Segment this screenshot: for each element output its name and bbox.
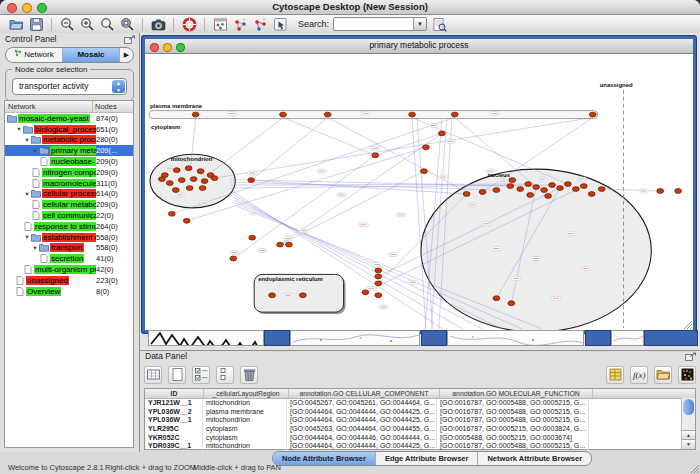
new-network-selected-edges-icon[interactable]	[253, 17, 268, 32]
network-node[interactable]	[199, 186, 206, 191]
network-node[interactable]	[657, 189, 664, 194]
expand-arrow-icon[interactable]: ▼	[23, 234, 31, 240]
network-node[interactable]	[493, 296, 500, 301]
tree-row[interactable]: response to stimulu264(0)	[5, 221, 133, 232]
scrollbar-thumb[interactable]	[683, 399, 694, 415]
zoom-selected-region-icon[interactable]	[100, 17, 115, 32]
tree-row[interactable]: ▼biological_process651(0)	[5, 124, 133, 135]
network-node[interactable]	[230, 256, 237, 261]
expand-arrow-icon[interactable]: ▼	[31, 245, 39, 251]
export-image-camera-icon[interactable]	[151, 17, 166, 32]
table-row[interactable]: YPL036W__2plasma membrane[GO:0044464, GO…	[145, 408, 695, 417]
table-row[interactable]: YKR052Ccytoplasm[GO:0044464, GO:0044446,…	[145, 434, 695, 443]
network-node[interactable]	[185, 166, 192, 171]
network-node[interactable]	[173, 168, 180, 173]
background-window-fragment[interactable]	[148, 330, 264, 346]
tree-row[interactable]: nucleobase-209(0)	[5, 156, 133, 167]
network-node[interactable]	[508, 301, 515, 306]
network-node[interactable]	[159, 177, 166, 182]
edge[interactable]	[211, 118, 283, 174]
attribute-mapper-icon[interactable]	[213, 17, 228, 32]
edge[interactable]	[375, 133, 442, 155]
network-node[interactable]	[675, 189, 682, 194]
table-scrollbar[interactable]: ▲ ▼	[681, 398, 695, 449]
column-header[interactable]: _cellularLayoutRegion	[204, 389, 289, 398]
table-row[interactable]: YLR295Ccytoplasm[GO:0045263, GO:0044464,…	[145, 425, 695, 434]
dropdown-stepper-icon[interactable]: ▲▼	[112, 80, 125, 93]
network-node[interactable]	[409, 112, 416, 117]
more-tabs-arrow-icon[interactable]: ▶	[120, 48, 133, 62]
float-panel-icon[interactable]	[124, 35, 136, 44]
network-node[interactable]	[451, 112, 458, 117]
network-node[interactable]	[438, 131, 445, 136]
network-node[interactable]	[201, 179, 208, 184]
network-node[interactable]	[299, 293, 306, 298]
column-header[interactable]	[593, 389, 695, 398]
scroll-down-button[interactable]: ▼	[682, 439, 695, 449]
tree-row[interactable]: ▼metabolic process280(0)	[5, 135, 133, 146]
select-mode-icon[interactable]	[273, 17, 288, 32]
background-window-fragment[interactable]	[611, 330, 644, 346]
tree-row[interactable]: unassigned223(0)	[5, 275, 133, 286]
zoom-in-icon[interactable]	[80, 17, 95, 32]
tree-row[interactable]: ▼establishment of lo558(0)	[5, 232, 133, 243]
network-node[interactable]	[168, 211, 175, 216]
attribute-grid-icon[interactable]	[144, 366, 162, 384]
network-canvas[interactable]: plasma membranecytoplasmmitochondrionnuc…	[145, 54, 693, 330]
create-attribute-icon[interactable]	[168, 366, 186, 384]
network-node[interactable]	[375, 274, 382, 279]
tree-row[interactable]: ▼transport558(0)	[5, 243, 133, 254]
column-header[interactable]: annotation.GO MOLECULAR_FUNCTION	[440, 389, 593, 398]
network-node[interactable]	[557, 186, 564, 191]
table-row[interactable]: YPL036W__1mitochondrion[GO:0044464, GO:0…	[145, 416, 695, 425]
network-node[interactable]	[324, 112, 331, 117]
zoom-out-icon[interactable]	[60, 17, 75, 32]
app-resize-grip[interactable]	[689, 463, 699, 473]
open-network-icon[interactable]	[9, 17, 24, 32]
tree-row[interactable]: mosaic-demo-yeast874(0)	[5, 113, 133, 124]
tree-row[interactable]: nitrogen compo209(0)	[5, 167, 133, 178]
network-node[interactable]	[372, 153, 379, 158]
node-color-dropdown[interactable]: transporter activity ▲▼	[12, 78, 127, 95]
network-node[interactable]	[463, 192, 470, 197]
network-node[interactable]	[509, 178, 516, 183]
network-node[interactable]	[545, 194, 552, 199]
network-node[interactable]	[565, 182, 572, 187]
zoom-fit-icon[interactable]	[120, 17, 135, 32]
help-lifering-icon[interactable]	[182, 17, 197, 32]
tab-mosaic[interactable]: Mosaic	[63, 48, 120, 62]
network-node[interactable]	[517, 187, 524, 192]
network-node[interactable]	[211, 176, 218, 181]
network-node[interactable]	[192, 112, 199, 117]
network-node[interactable]	[421, 169, 428, 174]
network-node[interactable]	[507, 184, 514, 189]
network-node[interactable]	[580, 184, 587, 189]
tree-row[interactable]: multi-organism pro42(0)	[5, 264, 133, 275]
tree-row[interactable]: cell communicat22(0)	[5, 210, 133, 221]
tab-network[interactable]: Network	[6, 48, 63, 62]
network-node[interactable]	[589, 112, 596, 117]
import-attributes-folder-icon[interactable]	[654, 366, 672, 384]
network-node[interactable]	[533, 185, 540, 190]
background-window-titlebar-fragment[interactable]	[421, 330, 447, 346]
network-node[interactable]	[598, 187, 605, 192]
network-node[interactable]	[197, 169, 204, 174]
network-node[interactable]	[375, 281, 382, 286]
region-plasma-membrane[interactable]	[149, 111, 598, 119]
search-dropdown-arrow[interactable]: ▼	[413, 18, 426, 30]
window-resize-grip[interactable]	[682, 319, 692, 329]
column-header[interactable]: ID	[145, 389, 204, 398]
tree-row[interactable]: macromolecule311(0)	[5, 178, 133, 189]
table-row[interactable]: YJR121W__1mitochondrion[GO:0045267, GO:0…	[145, 399, 695, 408]
tree-row[interactable]: Overview8(0)	[5, 286, 133, 297]
network-node[interactable]	[280, 112, 287, 117]
network-node[interactable]	[269, 293, 276, 298]
expand-arrow-icon[interactable]: ▼	[15, 126, 23, 132]
expand-arrow-icon[interactable]: ▼	[31, 148, 39, 154]
network-node[interactable]	[248, 178, 255, 183]
background-window-titlebar-fragment[interactable]	[644, 330, 698, 346]
network-window-titlebar[interactable]: primary metabolic process	[145, 39, 693, 54]
new-network-from-selection-icon[interactable]	[233, 17, 248, 32]
network-node[interactable]	[493, 188, 500, 193]
delete-attribute-trash-icon[interactable]	[240, 366, 258, 384]
